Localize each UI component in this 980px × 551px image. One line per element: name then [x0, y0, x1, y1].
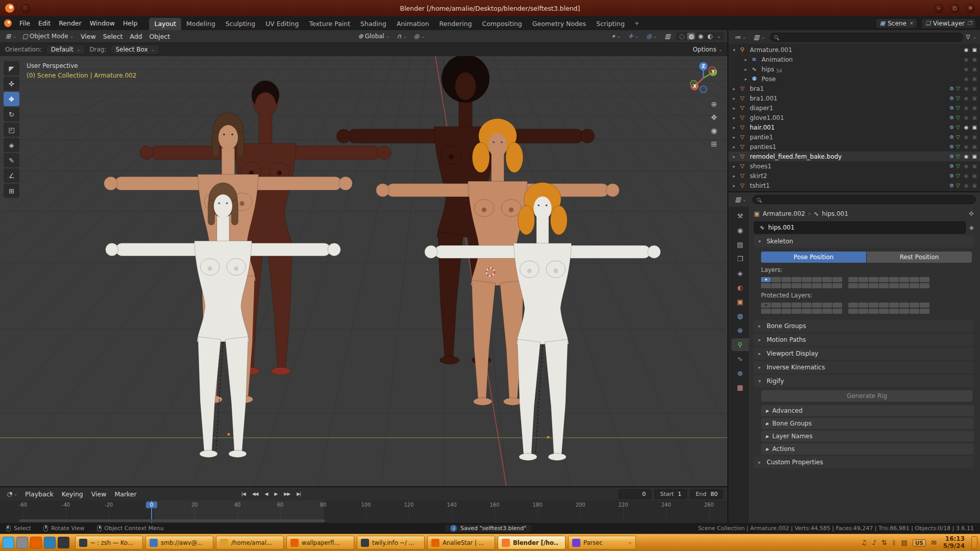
layer-cell[interactable]: [822, 303, 832, 308]
hide-viewport-icon[interactable]: ◉: [964, 173, 969, 179]
layer-cell[interactable]: [920, 303, 929, 308]
workspace-tab[interactable]: UV Editing: [260, 18, 304, 30]
workspace-tab[interactable]: Texture Paint: [304, 18, 355, 30]
layer-cell[interactable]: [771, 309, 781, 314]
figure-white-left[interactable]: [106, 183, 341, 458]
layer-cell[interactable]: [761, 309, 771, 314]
tab-texture[interactable]: ▦: [731, 381, 749, 394]
layer-cell[interactable]: [832, 283, 842, 288]
layer-cell[interactable]: [869, 303, 878, 308]
bluetooth-icon[interactable]: ᛒ: [892, 539, 896, 546]
expander-icon[interactable]: ▸: [745, 67, 750, 72]
add-cube-tool[interactable]: ⊞: [4, 184, 19, 198]
viewport-menu-item[interactable]: Select: [100, 32, 127, 41]
outliner-row[interactable]: ▸ ▽ bra1 ⚙ ▽ ◉ ▣: [728, 84, 980, 93]
layer-cell[interactable]: [802, 309, 812, 314]
layer-cell[interactable]: [848, 277, 858, 282]
disable-render-icon[interactable]: ▣: [972, 134, 977, 140]
show-desktop-icon[interactable]: [16, 537, 28, 548]
workspace-tab[interactable]: Modeling: [181, 18, 220, 30]
outliner-row[interactable]: ▸ ▽ shoes1 ⚙ ▽ ◉ ▣: [728, 161, 980, 171]
properties-editor-dropdown[interactable]: ▥ ⌄: [732, 195, 749, 204]
taskbar-window-button[interactable]: smb://awv@...: [145, 536, 213, 549]
tab-bone[interactable]: ∿: [731, 353, 749, 365]
disable-render-icon[interactable]: ▣: [972, 124, 977, 130]
layer-cell[interactable]: [899, 309, 909, 314]
disable-render-icon[interactable]: ▣: [972, 105, 977, 111]
expander-icon[interactable]: ▸: [733, 135, 738, 140]
layer-cell[interactable]: [899, 303, 909, 308]
outliner-row[interactable]: ▸ ▽ pantie1 ⚙ ▽ ◉ ▣: [728, 132, 980, 142]
figure-tan-orange-right[interactable]: [376, 118, 620, 405]
expander-icon[interactable]: ▸: [733, 183, 738, 188]
taskbar-window-button[interactable]: ~ : zsh — Ko...: [75, 536, 143, 549]
layer-cell[interactable]: [869, 277, 878, 282]
layer-cell[interactable]: [859, 309, 868, 314]
viewport-menu-item[interactable]: Add: [126, 32, 145, 41]
expander-icon[interactable]: ▸: [733, 115, 738, 120]
unlink-scene-icon[interactable]: ✕: [909, 20, 913, 26]
layer-cell[interactable]: [781, 309, 791, 314]
disable-render-icon[interactable]: ▣: [972, 47, 977, 53]
mode-dropdown[interactable]: ▢ Object Mode ⌄: [20, 32, 76, 40]
layer-cell[interactable]: [879, 277, 889, 282]
expander-icon[interactable]: ▸: [733, 86, 738, 91]
menubar-item[interactable]: Window: [86, 18, 119, 28]
layer-cell[interactable]: [910, 283, 919, 288]
layer-cell[interactable]: [899, 277, 909, 282]
datablock-name-field[interactable]: ∿ hips.001: [754, 221, 966, 234]
timeline-editor-dropdown[interactable]: ◔ ⌄: [4, 490, 20, 498]
annotate-tool[interactable]: ✎: [4, 153, 19, 167]
gizmos-toggle[interactable]: ✛ ⌄: [626, 32, 642, 40]
timeline-scrollbar[interactable]: [19, 519, 325, 522]
figure-dark-back-left[interactable]: [140, 81, 391, 375]
menubar-item[interactable]: Render: [55, 18, 86, 28]
workspace-tab[interactable]: Geometry Nodes: [527, 18, 591, 30]
taskbar-window-button[interactable]: Blender [/ho...: [498, 536, 566, 549]
layer-cell[interactable]: [822, 309, 832, 314]
disable-render-icon[interactable]: ▣: [972, 66, 977, 72]
layer-cell[interactable]: [822, 277, 832, 282]
play-reverse[interactable]: ◀: [262, 490, 271, 497]
rigify-subpanel-header[interactable]: ▸ Actions: [761, 443, 974, 455]
orientation-setting-dropdown[interactable]: Default ⌄: [46, 44, 85, 55]
layer-cell[interactable]: [802, 277, 812, 282]
minimize-button[interactable]: –: [935, 4, 943, 13]
play[interactable]: ▶: [272, 490, 280, 497]
layer-cell[interactable]: [802, 303, 812, 308]
disable-render-icon[interactable]: ▣: [972, 144, 977, 149]
protected-layers-grid[interactable]: [761, 303, 972, 314]
add-workspace-button[interactable]: +: [630, 18, 644, 29]
layer-cell[interactable]: [761, 277, 771, 282]
outliner-row[interactable]: ▸ ▽ glove1.001 ⚙ ▽ ◉: [728, 113, 980, 122]
rotate-tool[interactable]: ↻: [4, 107, 19, 121]
layer-cell[interactable]: [889, 303, 899, 308]
transform-orientation-dropdown[interactable]: ⊕ Global ⌄: [356, 32, 393, 40]
outliner-row[interactable]: ▸ ▽ remodel_fixed.fem_bake.body ⚙ ▽ ◉: [728, 152, 980, 161]
layer-cell[interactable]: [792, 303, 801, 308]
pose-position-button[interactable]: Pose Position: [761, 252, 866, 263]
layer-cell[interactable]: [920, 277, 929, 282]
camera-view-icon[interactable]: ◉: [711, 127, 717, 135]
properties-search-input[interactable]: [752, 195, 976, 204]
app-launcher-icon[interactable]: [3, 537, 14, 548]
taskbar-window-button[interactable]: twily.info ~/ ...: [357, 536, 425, 549]
layer-cell[interactable]: [920, 283, 929, 288]
tab-render[interactable]: ◉: [731, 224, 749, 237]
hide-viewport-icon[interactable]: ◉: [964, 163, 969, 169]
layer-cell[interactable]: [920, 309, 929, 314]
layer-cell[interactable]: [771, 303, 781, 308]
expander-icon[interactable]: ▾: [733, 47, 738, 53]
layer-cell[interactable]: [771, 283, 781, 288]
skeleton-panel-header[interactable]: ▾ Skeleton: [754, 235, 974, 247]
outliner-row[interactable]: ▸ ▽ skirt2 ⚙ ▽ ◉ ▣: [728, 171, 980, 181]
disable-render-icon[interactable]: ▣: [972, 76, 977, 82]
jump-to-end[interactable]: ▶|: [294, 490, 303, 497]
layer-cell[interactable]: [879, 283, 889, 288]
panel-toggle[interactable]: [971, 536, 977, 549]
layer-cell[interactable]: [848, 283, 858, 288]
timeline-ruler[interactable]: 0 -60-40-2002040608010012014016018020022…: [0, 500, 727, 523]
hide-viewport-icon[interactable]: ◉: [964, 76, 969, 82]
layer-cell[interactable]: [910, 303, 919, 308]
keyboard-layout-indicator[interactable]: US: [913, 539, 926, 546]
